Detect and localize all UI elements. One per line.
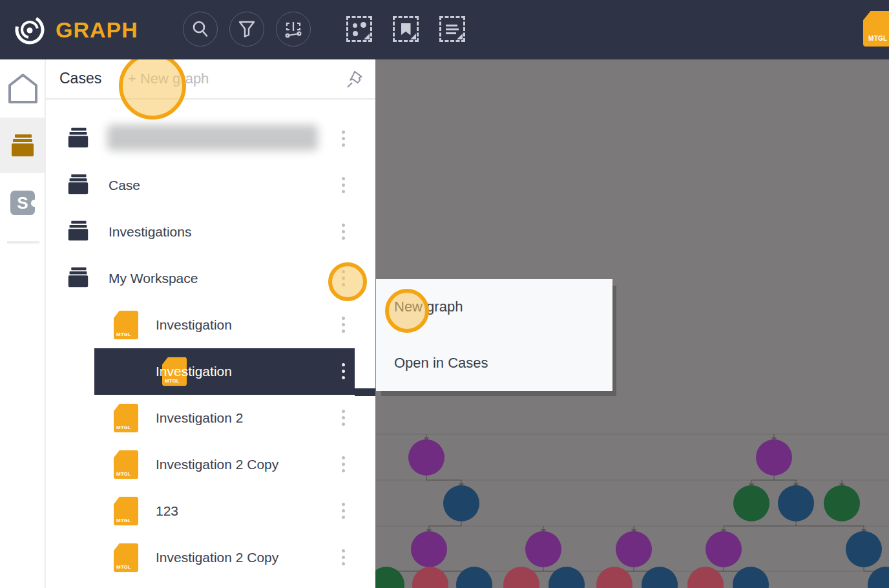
filter-button[interactable]: [229, 12, 264, 47]
folder-row-investigations[interactable]: Investigations: [46, 209, 375, 255]
mtgl-file-label: MTGL: [116, 471, 131, 477]
graph-name: 123: [156, 503, 178, 519]
folder-icon: [67, 173, 90, 198]
graph-name: Investigation 2 Copy: [156, 550, 278, 565]
folder-menu-button[interactable]: [339, 222, 349, 242]
folder-archive-icon: [67, 173, 90, 195]
graph-menu-button[interactable]: [339, 315, 349, 335]
sidebar-item-home[interactable]: [8, 73, 38, 104]
graph-node-blue: [443, 485, 479, 521]
brand-name: GRAPH: [56, 17, 138, 43]
highlight-circle-menu-new: [385, 289, 429, 333]
menu-item-open-in-cases[interactable]: Open in Cases: [376, 335, 612, 391]
folder-icon: [67, 266, 90, 291]
folder-name: Case: [109, 178, 140, 193]
graph-row-investigation-2[interactable]: MTGLInvestigation 2: [46, 395, 375, 441]
search-icon: [191, 20, 209, 38]
folder-menu-button[interactable]: [339, 129, 349, 149]
mtgl-file-icon: MTGL: [114, 404, 138, 433]
graph-node-green: [824, 485, 860, 521]
selected-row-fragment: [355, 388, 375, 396]
mtgl-file-label: MTGL: [116, 518, 131, 523]
graph-node-purple: [706, 531, 742, 567]
mtgl-badge-label: MTGL: [868, 35, 888, 42]
graph-node-blue: [778, 485, 814, 521]
graph-name: Investigation: [156, 364, 232, 379]
mtgl-file-badge[interactable]: MTGL: [863, 11, 889, 47]
sidebar-item-cases[interactable]: [0, 118, 45, 173]
filter-icon: [238, 20, 256, 38]
graph-row-investigation[interactable]: MTGLInvestigation: [46, 302, 375, 348]
cases-panel-header: Cases + New graph: [46, 59, 375, 100]
mtgl-file-label: MTGL: [116, 425, 131, 430]
select-measure-button[interactable]: [276, 12, 311, 47]
graph-name: Investigation 2: [156, 410, 243, 426]
select-list-button[interactable]: [439, 16, 465, 42]
select-bookmarks-button[interactable]: [393, 16, 419, 42]
graph-name: Investigation 2 Copy: [156, 457, 278, 472]
graph-row-investigation-2-copy[interactable]: MTGLInvestigation 2 Copy: [46, 534, 375, 581]
mtgl-file-icon: MTGL: [114, 497, 138, 526]
pin-button[interactable]: [346, 70, 365, 89]
folder-icon: [67, 127, 90, 151]
top-bar: GRAPH: [0, 0, 889, 59]
corner-triangle: [364, 34, 370, 39]
search-button[interactable]: [183, 12, 218, 47]
cases-panel: Cases + New graph Case Investigations My…: [46, 59, 375, 588]
graph-menu-button[interactable]: [339, 362, 349, 381]
mtgl-file-label: MTGL: [116, 564, 131, 570]
tag-hole: [31, 200, 38, 207]
sidebar-item-entity-tag[interactable]: S: [10, 191, 35, 215]
app-window: GRAPH: [0, 0, 889, 588]
graph-row-investigation-2-copy[interactable]: MTGLInvestigation 2 Copy: [46, 441, 375, 488]
left-sidebar: S: [0, 59, 46, 588]
graph-name: Investigation: [156, 317, 232, 333]
graph-node-blue: [846, 531, 882, 567]
corner-triangle: [457, 34, 463, 39]
select-entities-button[interactable]: [346, 16, 372, 42]
brand-spiral-icon: [13, 13, 47, 47]
mtgl-file-icon: MTGL: [114, 311, 138, 340]
folder-archive-icon: [67, 220, 90, 242]
folder-menu-button[interactable]: [339, 176, 349, 195]
graph-menu-button[interactable]: [339, 455, 349, 474]
graph-node-purple: [408, 439, 444, 476]
graph-menu-button[interactable]: [339, 501, 349, 521]
graph-menu-button[interactable]: [339, 548, 349, 567]
folder-row-redacted[interactable]: [46, 116, 375, 162]
panel-title: Cases: [59, 70, 101, 87]
graph-node-purple: [525, 531, 561, 567]
cases-archive-icon: [10, 133, 36, 158]
mtgl-file-icon: MTGL: [114, 450, 138, 479]
mtgl-file-label: MTGL: [116, 331, 131, 337]
corner-triangle: [410, 34, 416, 39]
folder-name: My Workspace: [109, 271, 198, 286]
folder-archive-icon: [67, 266, 90, 288]
folder-row-my-workspace[interactable]: My Workspace: [46, 255, 375, 302]
graph-node-purple: [411, 531, 447, 567]
sidebar-divider: [7, 241, 39, 244]
highlight-circle-workspace-menu: [328, 262, 367, 301]
graph-node-green: [733, 485, 769, 521]
graph-node-purple: [756, 439, 792, 476]
app-logo: GRAPH: [13, 13, 138, 47]
redacted-folder-name: [107, 125, 318, 151]
graph-row-123[interactable]: MTGL123: [46, 488, 375, 534]
select-measure-icon: [284, 19, 303, 39]
folder-name: Investigations: [109, 224, 191, 240]
folder-archive-icon: [67, 127, 90, 149]
bookmark-icon: [401, 23, 411, 36]
graph-node-purple: [616, 531, 652, 567]
graph-row-investigation[interactable]: MTGLInvestigation: [94, 348, 355, 395]
mtgl-file-icon: MTGL: [114, 543, 138, 572]
folder-row-case[interactable]: Case: [46, 162, 375, 209]
highlight-circle-new-graph: [119, 52, 186, 120]
folder-icon: [67, 220, 90, 244]
entity-tag-label: S: [17, 193, 28, 213]
graph-menu-button[interactable]: [339, 408, 349, 428]
